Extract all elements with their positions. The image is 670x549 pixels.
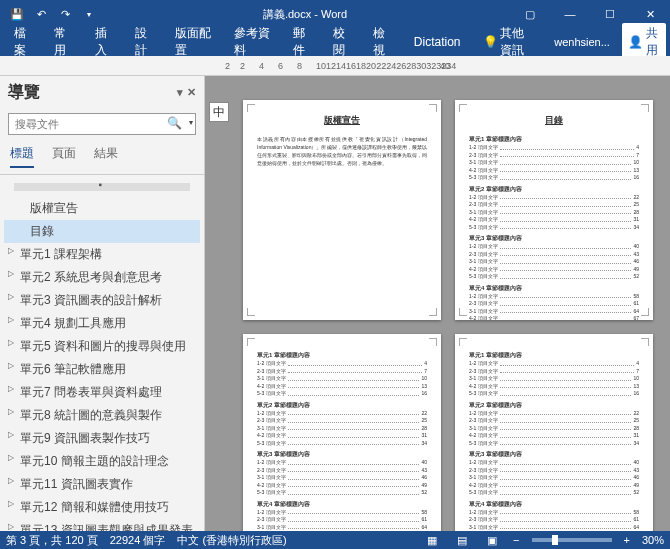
toc-line: 單元4 章節標題內容 bbox=[257, 500, 427, 509]
toc-line: 5-3 項目文字34 bbox=[469, 224, 639, 232]
nav-item-12[interactable]: 單元11 資訊圖表實作 bbox=[4, 473, 200, 496]
nav-item-8[interactable]: 單元7 問卷表單與資料處理 bbox=[4, 381, 200, 404]
nav-item-9[interactable]: 單元8 統計圖的意義與製作 bbox=[4, 404, 200, 427]
toc-line: 4-2 項目文字67 bbox=[469, 315, 639, 320]
toc-line: 2-3 項目文字25 bbox=[469, 201, 639, 209]
share-icon: 👤 bbox=[628, 35, 643, 49]
nav-item-10[interactable]: 單元9 資訊圖表製作技巧 bbox=[4, 427, 200, 450]
search-dropdown-icon[interactable]: ▾ bbox=[189, 118, 193, 127]
view-read-icon[interactable]: ▦ bbox=[423, 533, 441, 547]
nav-tab-headings[interactable]: 標題 bbox=[10, 145, 34, 168]
page-2[interactable]: 目錄 單元1 章節標題內容1-2 項目文字42-3 項目文字73-1 項目文字1… bbox=[455, 100, 653, 320]
user-name[interactable]: wenhsien... bbox=[544, 32, 620, 52]
tab-dictation[interactable]: Dictation bbox=[404, 31, 471, 53]
toc-line: 1-2 項目文字58 bbox=[257, 509, 427, 517]
search-icon[interactable]: 🔍 bbox=[167, 116, 182, 130]
page-4[interactable]: 單元1 章節標題內容1-2 項目文字42-3 項目文字73-1 項目文字104-… bbox=[455, 334, 653, 531]
toc-line: 1-2 項目文字4 bbox=[257, 360, 427, 368]
page1-body: 本講義所有內容由本授權所有並提供教「視覺化資訊設計（Integrated Inf… bbox=[257, 135, 427, 167]
toc-line: 2-3 項目文字61 bbox=[257, 516, 427, 524]
toc-line: 5-3 項目文字52 bbox=[469, 489, 639, 497]
toc-line: 4-2 項目文字13 bbox=[469, 383, 639, 391]
zoom-in-icon[interactable]: + bbox=[624, 534, 630, 546]
minimize-icon[interactable]: — bbox=[550, 0, 590, 28]
toc-line: 5-3 項目文字34 bbox=[469, 440, 639, 448]
zoom-value[interactable]: 30% bbox=[642, 534, 664, 546]
toc-line: 3-1 項目文字46 bbox=[469, 258, 639, 266]
toc-line: 1-2 項目文字58 bbox=[469, 509, 639, 517]
nav-item-0[interactable]: 版權宣告 bbox=[4, 197, 200, 220]
nav-dropdown-icon[interactable]: ▾ bbox=[177, 86, 183, 99]
toc-line: 3-1 項目文字10 bbox=[469, 159, 639, 167]
toc-line: 2-3 項目文字7 bbox=[469, 368, 639, 376]
toc-line: 單元1 章節標題內容 bbox=[469, 351, 639, 360]
navigation-pane: 導覽 ▾ ✕ 🔍 ▾ 標題 頁面 結果 版權宣告目錄單元1 課程架構單元2 系統… bbox=[0, 76, 205, 531]
nav-item-11[interactable]: 單元10 簡報主題的設計理念 bbox=[4, 450, 200, 473]
ime-indicator[interactable]: 中 bbox=[209, 102, 229, 122]
bulb-icon: 💡 bbox=[483, 35, 498, 49]
toc-line: 1-2 項目文字22 bbox=[469, 410, 639, 418]
nav-close-icon[interactable]: ✕ bbox=[187, 86, 196, 99]
nav-item-3[interactable]: 單元2 系統思考與創意思考 bbox=[4, 266, 200, 289]
toc-line: 1-2 項目文字40 bbox=[257, 459, 427, 467]
view-web-icon[interactable]: ▣ bbox=[483, 533, 501, 547]
document-area[interactable]: 中 版權宣告 本講義所有內容由本授權所有並提供教「視覺化資訊設計（Integra… bbox=[205, 76, 670, 531]
toc-line: 1-2 項目文字22 bbox=[469, 194, 639, 202]
document-title: 講義.docx - Word bbox=[100, 7, 510, 22]
status-page[interactable]: 第 3 頁，共 120 頁 bbox=[6, 533, 98, 548]
nav-tab-results[interactable]: 結果 bbox=[94, 145, 118, 168]
nav-tab-pages[interactable]: 頁面 bbox=[52, 145, 76, 168]
toc-line: 3-1 項目文字64 bbox=[257, 524, 427, 532]
nav-item-4[interactable]: 單元3 資訊圖表的設計解析 bbox=[4, 289, 200, 312]
ruler[interactable]: 2 2 4 6 8 1012141618202224262830323234 4… bbox=[0, 56, 670, 76]
toc-line: 3-1 項目文字28 bbox=[257, 425, 427, 433]
toc-line: 2-3 項目文字43 bbox=[469, 467, 639, 475]
toc-line: 單元4 章節標題內容 bbox=[469, 500, 639, 509]
nav-item-6[interactable]: 單元5 資料和圖片的搜尋與使用 bbox=[4, 335, 200, 358]
toc-line: 2-3 項目文字43 bbox=[469, 251, 639, 259]
zoom-out-icon[interactable]: − bbox=[513, 534, 519, 546]
status-words[interactable]: 22924 個字 bbox=[110, 533, 166, 548]
nav-item-1[interactable]: 目錄 bbox=[4, 220, 200, 243]
toc-line: 單元4 章節標題內容 bbox=[469, 284, 639, 293]
toc-line: 4-2 項目文字49 bbox=[257, 482, 427, 490]
nav-item-7[interactable]: 單元6 筆記軟體應用 bbox=[4, 358, 200, 381]
nav-item-14[interactable]: 單元13 資訊圖表觀摩與成果發表 bbox=[4, 519, 200, 531]
page-1[interactable]: 版權宣告 本講義所有內容由本授權所有並提供教「視覺化資訊設計（Integrate… bbox=[243, 100, 441, 320]
toc-line: 2-3 項目文字61 bbox=[469, 300, 639, 308]
toc-line: 2-3 項目文字25 bbox=[257, 417, 427, 425]
page-3[interactable]: 單元1 章節標題內容1-2 項目文字42-3 項目文字73-1 項目文字104-… bbox=[243, 334, 441, 531]
toc-line: 5-3 項目文字16 bbox=[257, 390, 427, 398]
toc-line: 4-2 項目文字13 bbox=[469, 167, 639, 175]
status-lang[interactable]: 中文 (香港特別行政區) bbox=[177, 533, 286, 548]
toc-line: 單元3 章節標題內容 bbox=[469, 234, 639, 243]
nav-scroll-indicator[interactable] bbox=[14, 183, 190, 191]
toc-line: 單元3 章節標題內容 bbox=[469, 450, 639, 459]
toc-line: 單元2 章節標題內容 bbox=[469, 401, 639, 410]
zoom-slider[interactable] bbox=[532, 538, 612, 542]
toc-line: 3-1 項目文字10 bbox=[257, 375, 427, 383]
toc-line: 1-2 項目文字40 bbox=[469, 459, 639, 467]
toc-line: 單元1 章節標題內容 bbox=[257, 351, 427, 360]
toc-line: 3-1 項目文字28 bbox=[469, 209, 639, 217]
toc-line: 1-2 項目文字58 bbox=[469, 293, 639, 301]
toc-line: 4-2 項目文字13 bbox=[257, 383, 427, 391]
ruler-left-margin: 2 bbox=[225, 61, 230, 71]
toc-line: 5-3 項目文字16 bbox=[469, 174, 639, 182]
toc-line: 單元3 章節標題內容 bbox=[257, 450, 427, 459]
toc-line: 5-3 項目文字34 bbox=[257, 440, 427, 448]
nav-item-5[interactable]: 單元4 規劃工具應用 bbox=[4, 312, 200, 335]
toc-line: 3-1 項目文字46 bbox=[257, 474, 427, 482]
toc-line: 5-3 項目文字52 bbox=[469, 273, 639, 281]
toc-line: 1-2 項目文字40 bbox=[469, 243, 639, 251]
view-print-icon[interactable]: ▤ bbox=[453, 533, 471, 547]
toc-line: 3-1 項目文字46 bbox=[469, 474, 639, 482]
toc-line: 1-2 項目文字4 bbox=[469, 144, 639, 152]
toc-line: 單元1 章節標題內容 bbox=[469, 135, 639, 144]
nav-item-2[interactable]: 單元1 課程架構 bbox=[4, 243, 200, 266]
toc-line: 2-3 項目文字25 bbox=[469, 417, 639, 425]
toc-line: 4-2 項目文字31 bbox=[257, 432, 427, 440]
page1-title: 版權宣告 bbox=[257, 114, 427, 127]
nav-item-13[interactable]: 單元12 簡報和媒體使用技巧 bbox=[4, 496, 200, 519]
toc-line: 4-2 項目文字31 bbox=[469, 216, 639, 224]
